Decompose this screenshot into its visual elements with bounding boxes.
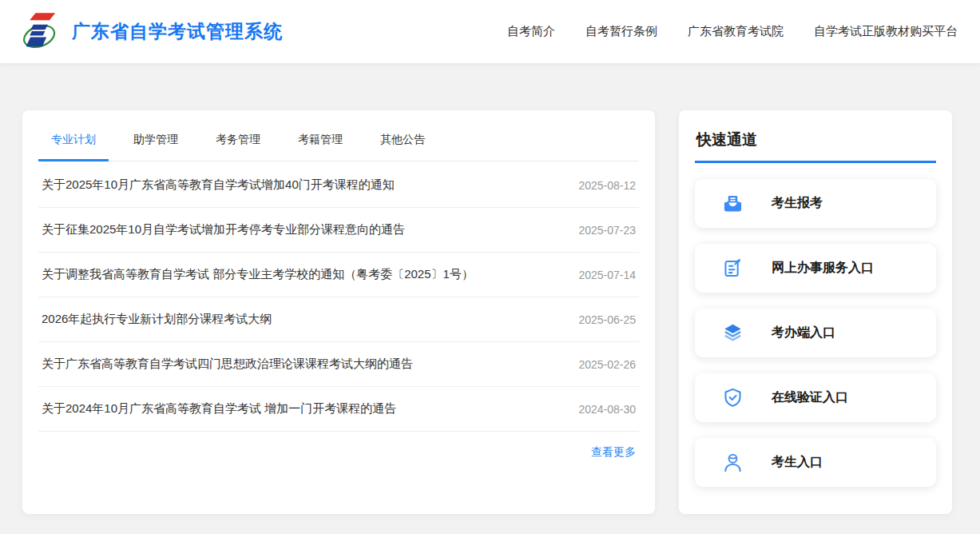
quick-link-label: 在线验证入口 (772, 389, 848, 406)
main-content: 专业计划 助学管理 考务管理 考籍管理 其他公告 关于2025年10月广东省高等… (0, 63, 980, 534)
top-nav: 自考简介 自考暂行条例 广东省教育考试院 自学考试正版教材购买平台 (507, 24, 958, 39)
quick-channel-title: 快速通道 (695, 126, 936, 163)
quick-channel-card: 快速通道 考生报考 网上办事服务入口 (679, 110, 952, 514)
quick-link-label: 考生入口 (772, 454, 823, 471)
announcement-row[interactable]: 关于征集2025年10月自学考试增加开考停考专业部分课程意向的通告 2025-0… (38, 208, 639, 253)
brand: 广东省自学考试管理系统 (22, 12, 283, 52)
quick-link-label: 考生报考 (772, 195, 823, 212)
quick-link-candidate-apply[interactable]: 考生报考 (695, 179, 936, 228)
tab-major-plan[interactable]: 专业计划 (38, 122, 109, 161)
quick-link-online-verify[interactable]: 在线验证入口 (695, 373, 936, 422)
site-header: 广东省自学考试管理系统 自考简介 自考暂行条例 广东省教育考试院 自学考试正版教… (0, 0, 980, 63)
site-title: 广东省自学考试管理系统 (72, 19, 283, 44)
announcement-title[interactable]: 关于广东省高等教育自学考试四门思想政治理论课课程考试大纲的通告 (42, 357, 413, 372)
announcement-row[interactable]: 关于广东省高等教育自学考试四门思想政治理论课课程考试大纲的通告 2025-02-… (38, 342, 639, 387)
announcement-date: 2025-06-25 (578, 313, 636, 326)
nav-link-bookstore[interactable]: 自学考试正版教材购买平台 (814, 24, 958, 39)
shield-check-icon (722, 387, 744, 408)
announcement-title[interactable]: 关于调整我省高等教育自学考试 部分专业主考学校的通知（粤考委〔2025〕1号） (42, 267, 474, 282)
nav-link-institute[interactable]: 广东省教育考试院 (688, 24, 784, 39)
announcement-title[interactable]: 关于征集2025年10月自学考试增加开考停考专业部分课程意向的通告 (42, 222, 405, 237)
quick-link-online-services[interactable]: 网上办事服务入口 (695, 244, 936, 293)
tab-exam-records[interactable]: 考籍管理 (285, 122, 355, 161)
tab-exam-affairs[interactable]: 考务管理 (203, 122, 273, 161)
tab-study-support[interactable]: 助学管理 (121, 122, 191, 161)
tab-other-notices[interactable]: 其他公告 (367, 122, 438, 161)
edit-document-icon (722, 257, 744, 279)
announcement-title[interactable]: 2026年起执行专业新计划部分课程考试大纲 (42, 312, 272, 327)
announcement-date: 2025-08-12 (578, 179, 636, 192)
layers-icon (722, 322, 744, 344)
announcement-title[interactable]: 关于2024年10月广东省高等教育自学考试 增加一门开考课程的通告 (42, 401, 396, 416)
announcement-row[interactable]: 关于2025年10月广东省高等教育自学考试增加40门开考课程的通知 2025-0… (38, 163, 639, 208)
announcement-date: 2024-08-30 (578, 403, 636, 416)
user-icon (722, 452, 744, 473)
announcement-date: 2025-07-23 (578, 224, 636, 237)
more-row: 查看更多 (38, 432, 639, 463)
quick-link-candidate-portal[interactable]: 考生入口 (695, 438, 936, 487)
announcement-title[interactable]: 关于2025年10月广东省高等教育自学考试增加40门开考课程的通知 (42, 177, 395, 193)
inbox-icon (722, 193, 744, 214)
quick-link-label: 网上办事服务入口 (772, 260, 874, 277)
nav-link-regulations[interactable]: 自考暂行条例 (585, 24, 657, 39)
announcement-row[interactable]: 2026年起执行专业新计划部分课程考试大纲 2025-06-25 (38, 297, 639, 342)
site-logo-icon (22, 12, 58, 52)
nav-link-intro[interactable]: 自考简介 (507, 24, 555, 39)
category-tabs: 专业计划 助学管理 考务管理 考籍管理 其他公告 (38, 110, 639, 161)
announcement-row[interactable]: 关于调整我省高等教育自学考试 部分专业主考学校的通知（粤考委〔2025〕1号） … (38, 253, 639, 297)
quick-link-exam-office[interactable]: 考办端入口 (695, 309, 936, 357)
announcement-row[interactable]: 关于2024年10月广东省高等教育自学考试 增加一门开考课程的通告 2024-0… (38, 387, 639, 432)
view-more-link[interactable]: 查看更多 (591, 445, 636, 458)
announcement-date: 2025-07-14 (578, 269, 636, 281)
quick-link-label: 考办端入口 (772, 325, 835, 341)
announcement-list: 关于2025年10月广东省高等教育自学考试增加40门开考课程的通知 2025-0… (38, 161, 639, 432)
announcements-card: 专业计划 助学管理 考务管理 考籍管理 其他公告 关于2025年10月广东省高等… (22, 110, 655, 514)
announcement-date: 2025-02-26 (578, 358, 636, 371)
